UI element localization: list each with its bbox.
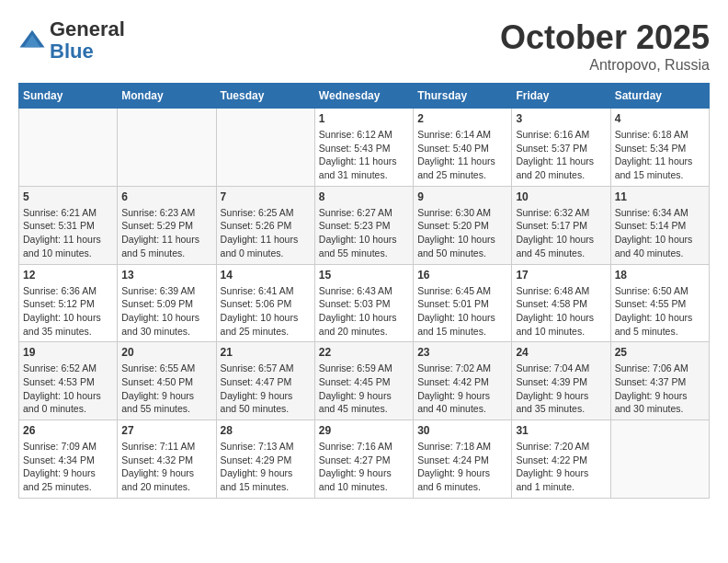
day-number: 12 xyxy=(23,269,113,282)
day-info: Sunrise: 6:12 AM Sunset: 5:43 PM Dayligh… xyxy=(319,128,409,182)
day-number: 22 xyxy=(319,346,409,359)
calendar-cell xyxy=(19,109,118,187)
day-info: Sunrise: 6:30 AM Sunset: 5:20 PM Dayligh… xyxy=(417,206,507,260)
logo: General Blue xyxy=(18,18,125,63)
day-number: 25 xyxy=(615,346,705,359)
day-info: Sunrise: 6:27 AM Sunset: 5:23 PM Dayligh… xyxy=(319,206,409,260)
weekday-header-sunday: Sunday xyxy=(19,84,118,109)
day-info: Sunrise: 6:57 AM Sunset: 4:47 PM Dayligh… xyxy=(221,362,311,416)
calendar-week-row: 1Sunrise: 6:12 AM Sunset: 5:43 PM Daylig… xyxy=(19,109,710,187)
day-number: 26 xyxy=(23,424,113,437)
logo-icon xyxy=(18,27,46,54)
day-info: Sunrise: 7:11 AM Sunset: 4:32 PM Dayligh… xyxy=(121,440,211,494)
calendar-cell xyxy=(610,420,709,499)
calendar-cell: 7Sunrise: 6:25 AM Sunset: 5:26 PM Daylig… xyxy=(216,186,314,264)
weekday-header-friday: Friday xyxy=(512,84,610,109)
day-number: 27 xyxy=(121,424,211,437)
day-info: Sunrise: 6:50 AM Sunset: 4:55 PM Dayligh… xyxy=(615,284,705,339)
calendar-cell: 4Sunrise: 6:18 AM Sunset: 5:34 PM Daylig… xyxy=(610,109,709,187)
day-number: 18 xyxy=(615,269,705,282)
location-title: Antropovo, Russia xyxy=(500,57,710,74)
day-number: 10 xyxy=(516,190,606,203)
calendar-cell: 31Sunrise: 7:20 AM Sunset: 4:22 PM Dayli… xyxy=(512,420,610,499)
weekday-header-row: SundayMondayTuesdayWednesdayThursdayFrid… xyxy=(19,84,710,109)
day-info: Sunrise: 6:41 AM Sunset: 5:06 PM Dayligh… xyxy=(221,284,311,339)
day-number: 2 xyxy=(417,112,507,125)
calendar-cell: 19Sunrise: 6:52 AM Sunset: 4:53 PM Dayli… xyxy=(19,342,118,420)
calendar-cell: 24Sunrise: 7:04 AM Sunset: 4:39 PM Dayli… xyxy=(512,342,610,420)
weekday-header-tuesday: Tuesday xyxy=(216,84,314,109)
day-info: Sunrise: 6:21 AM Sunset: 5:31 PM Dayligh… xyxy=(23,206,113,260)
calendar-cell: 26Sunrise: 7:09 AM Sunset: 4:34 PM Dayli… xyxy=(19,420,118,499)
calendar-cell: 6Sunrise: 6:23 AM Sunset: 5:29 PM Daylig… xyxy=(118,186,216,264)
day-info: Sunrise: 7:16 AM Sunset: 4:27 PM Dayligh… xyxy=(319,440,409,494)
day-info: Sunrise: 6:55 AM Sunset: 4:50 PM Dayligh… xyxy=(121,362,211,416)
calendar-cell: 23Sunrise: 7:02 AM Sunset: 4:42 PM Dayli… xyxy=(414,342,512,420)
day-number: 14 xyxy=(221,269,311,282)
day-info: Sunrise: 7:09 AM Sunset: 4:34 PM Dayligh… xyxy=(23,440,113,494)
day-info: Sunrise: 6:43 AM Sunset: 5:03 PM Dayligh… xyxy=(319,284,409,339)
calendar-cell: 20Sunrise: 6:55 AM Sunset: 4:50 PM Dayli… xyxy=(118,342,216,420)
day-number: 11 xyxy=(615,190,705,203)
day-number: 3 xyxy=(516,112,606,125)
day-info: Sunrise: 6:45 AM Sunset: 5:01 PM Dayligh… xyxy=(417,284,507,339)
calendar-cell: 8Sunrise: 6:27 AM Sunset: 5:23 PM Daylig… xyxy=(314,186,413,264)
day-number: 23 xyxy=(417,346,507,359)
calendar-cell: 3Sunrise: 6:16 AM Sunset: 5:37 PM Daylig… xyxy=(512,109,610,187)
day-number: 7 xyxy=(221,190,311,203)
day-number: 21 xyxy=(221,346,311,359)
calendar-cell: 13Sunrise: 6:39 AM Sunset: 5:09 PM Dayli… xyxy=(118,264,216,342)
calendar-cell: 25Sunrise: 7:06 AM Sunset: 4:37 PM Dayli… xyxy=(610,342,709,420)
calendar-week-row: 26Sunrise: 7:09 AM Sunset: 4:34 PM Dayli… xyxy=(19,420,710,499)
calendar-cell: 22Sunrise: 6:59 AM Sunset: 4:45 PM Dayli… xyxy=(314,342,413,420)
month-title: October 2025 xyxy=(500,18,710,57)
calendar-cell: 27Sunrise: 7:11 AM Sunset: 4:32 PM Dayli… xyxy=(118,420,216,499)
calendar-cell: 15Sunrise: 6:43 AM Sunset: 5:03 PM Dayli… xyxy=(314,264,413,342)
day-info: Sunrise: 6:32 AM Sunset: 5:17 PM Dayligh… xyxy=(516,206,606,260)
calendar-cell: 11Sunrise: 6:34 AM Sunset: 5:14 PM Dayli… xyxy=(610,186,709,264)
day-info: Sunrise: 6:16 AM Sunset: 5:37 PM Dayligh… xyxy=(516,128,606,182)
calendar-cell: 9Sunrise: 6:30 AM Sunset: 5:20 PM Daylig… xyxy=(414,186,512,264)
calendar-cell: 5Sunrise: 6:21 AM Sunset: 5:31 PM Daylig… xyxy=(19,186,118,264)
day-number: 4 xyxy=(615,112,705,125)
weekday-header-saturday: Saturday xyxy=(610,84,709,109)
day-number: 15 xyxy=(319,269,409,282)
calendar-cell: 2Sunrise: 6:14 AM Sunset: 5:40 PM Daylig… xyxy=(414,109,512,187)
day-info: Sunrise: 7:06 AM Sunset: 4:37 PM Dayligh… xyxy=(615,362,705,416)
day-number: 30 xyxy=(417,424,507,437)
logo-blue: Blue xyxy=(50,40,94,63)
day-number: 17 xyxy=(516,269,606,282)
day-info: Sunrise: 6:18 AM Sunset: 5:34 PM Dayligh… xyxy=(615,128,705,182)
calendar-cell xyxy=(216,109,314,187)
day-number: 1 xyxy=(319,112,409,125)
day-info: Sunrise: 6:25 AM Sunset: 5:26 PM Dayligh… xyxy=(221,206,311,260)
calendar-cell: 29Sunrise: 7:16 AM Sunset: 4:27 PM Dayli… xyxy=(314,420,413,499)
calendar-cell: 1Sunrise: 6:12 AM Sunset: 5:43 PM Daylig… xyxy=(314,109,413,187)
day-info: Sunrise: 6:48 AM Sunset: 4:58 PM Dayligh… xyxy=(516,284,606,339)
day-info: Sunrise: 6:39 AM Sunset: 5:09 PM Dayligh… xyxy=(121,284,211,339)
calendar-cell: 14Sunrise: 6:41 AM Sunset: 5:06 PM Dayli… xyxy=(216,264,314,342)
day-number: 13 xyxy=(121,269,211,282)
day-info: Sunrise: 6:36 AM Sunset: 5:12 PM Dayligh… xyxy=(23,284,113,339)
calendar-cell xyxy=(118,109,216,187)
day-info: Sunrise: 6:34 AM Sunset: 5:14 PM Dayligh… xyxy=(615,206,705,260)
weekday-header-monday: Monday xyxy=(118,84,216,109)
calendar-cell: 21Sunrise: 6:57 AM Sunset: 4:47 PM Dayli… xyxy=(216,342,314,420)
day-number: 6 xyxy=(121,190,211,203)
day-info: Sunrise: 7:18 AM Sunset: 4:24 PM Dayligh… xyxy=(417,440,507,494)
day-number: 8 xyxy=(319,190,409,203)
day-number: 5 xyxy=(23,190,113,203)
calendar-cell: 18Sunrise: 6:50 AM Sunset: 4:55 PM Dayli… xyxy=(610,264,709,342)
calendar-cell: 30Sunrise: 7:18 AM Sunset: 4:24 PM Dayli… xyxy=(414,420,512,499)
day-number: 19 xyxy=(23,346,113,359)
day-info: Sunrise: 6:52 AM Sunset: 4:53 PM Dayligh… xyxy=(23,362,113,416)
day-number: 9 xyxy=(417,190,507,203)
day-number: 16 xyxy=(417,269,507,282)
calendar-table: SundayMondayTuesdayWednesdayThursdayFrid… xyxy=(18,83,710,499)
day-info: Sunrise: 6:14 AM Sunset: 5:40 PM Dayligh… xyxy=(417,128,507,182)
day-number: 24 xyxy=(516,346,606,359)
day-info: Sunrise: 6:59 AM Sunset: 4:45 PM Dayligh… xyxy=(319,362,409,416)
day-info: Sunrise: 6:23 AM Sunset: 5:29 PM Dayligh… xyxy=(121,206,211,260)
day-number: 31 xyxy=(516,424,606,437)
calendar-cell: 16Sunrise: 6:45 AM Sunset: 5:01 PM Dayli… xyxy=(414,264,512,342)
